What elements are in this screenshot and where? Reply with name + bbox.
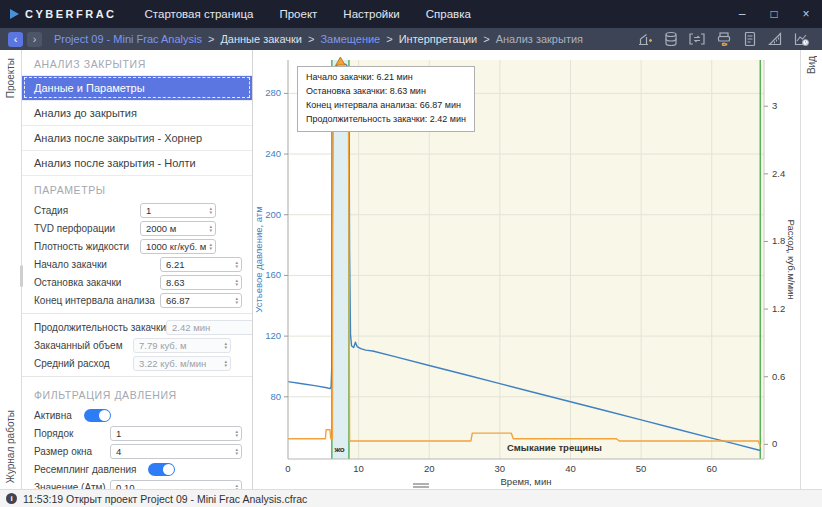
param-row: Начало закачки6.21▴▾ [22,255,252,273]
breadcrumb: Project 09 - Mini Frac Analysis>Данные з… [54,33,583,45]
print-icon[interactable] [716,31,733,47]
spinner-down-icon[interactable]: ▾ [235,433,238,437]
right-tab-strip: Вид [800,50,822,489]
toggle-switch[interactable] [84,409,111,422]
database-icon[interactable] [664,31,678,47]
spinner-down-icon[interactable]: ▾ [235,300,238,304]
y-left-tick-label: 240 [265,148,281,159]
close-button[interactable]: × [790,0,822,28]
spin-input[interactable]: 1▴▾ [110,426,242,441]
spin-input: 7.79 куб. м▴▾ [133,338,231,353]
spinner-icon[interactable]: ▴▾ [235,278,238,286]
spin-input[interactable]: 4▴▾ [110,444,242,459]
document-params-icon[interactable] [743,31,757,47]
bottom-splitter-handle[interactable] [413,483,429,488]
x-tick-label: 40 [565,463,576,474]
param-row: Плотность жидкости1000 кг/куб. м▴▾ [22,237,252,255]
spin-input[interactable]: 6.21▴▾ [160,257,242,272]
y-left-tick-label: 120 [265,330,281,341]
spinner-down-icon[interactable]: ▾ [209,210,212,214]
tooltip-line: Начало закачки: 6.21 мин [306,71,466,85]
spinner-icon[interactable]: ▴▾ [235,429,238,437]
spin-input[interactable]: 1▴▾ [140,203,216,218]
param-label: Размер окна [34,446,92,457]
spinner-icon[interactable]: ▴▾ [209,242,212,250]
params-list: Стадия1▴▾TVD перфорации2000 м▴▾Плотность… [22,201,252,372]
chart-panel: 8012016020024028000.61.21.82.43010203040… [253,50,800,489]
minimize-button[interactable]: – [726,0,758,28]
param-label: Конец интервала анализа [34,295,155,306]
spinner-down-icon: ▾ [224,345,227,349]
param-label: Средний расход [34,358,110,369]
spin-input[interactable]: 0.10▴▾ [110,480,242,490]
chart-tooltip: Начало закачки: 6.21 минОстановка закачк… [297,66,475,132]
breadcrumb-item[interactable]: Замещение [320,33,380,45]
ruler-chart-icon[interactable] [767,31,783,47]
param-label: Остановка закачки [34,277,121,288]
spinner-down-icon[interactable]: ▾ [235,264,238,268]
nav-item[interactable]: Анализ после закрытия - Нолти [22,150,252,176]
spinner-icon: ▴▾ [224,341,227,349]
chart-history-icon[interactable] [793,31,810,47]
param-label: Ресемплинг давления [34,464,136,475]
tab-view[interactable]: Вид [806,56,817,74]
input-value: 1 [146,205,207,216]
x-tick-label: 20 [424,463,435,474]
y-right-tick-label: 1.8 [772,235,785,246]
breadcrumb-item[interactable]: Project 09 - Mini Frac Analysis [54,33,202,45]
spinner-icon[interactable]: ▴▾ [235,447,238,455]
param-row: Остановка закачки8.63▴▾ [22,273,252,291]
x-tick-label: 60 [706,463,717,474]
breadcrumb-item[interactable]: Данные закачки [220,33,302,45]
y-right-axis-title: Расход, куб.м/мин [786,219,797,299]
input-value: 1 [116,428,233,439]
tab-projects[interactable]: Проекты [5,58,16,98]
app-logo: CYBERFRAC [10,8,117,20]
menu-item[interactable]: Проект [279,8,317,20]
param-label: Плотность жидкости [34,241,129,252]
param-row: Значение (Атм)0.10▴▾ [22,478,252,489]
spinner-down-icon[interactable]: ▾ [235,282,238,286]
breadcrumb-item[interactable]: Интерпретации [399,33,478,45]
spinner-down-icon[interactable]: ▾ [235,451,238,455]
swap-brackets-icon[interactable] [688,31,706,47]
back-button[interactable]: ‹ [8,32,23,47]
spinner-icon[interactable]: ▴▾ [209,206,212,214]
nav-item[interactable]: Данные и Параметры [22,75,252,100]
tooltip-line: Конец интервала анализа: 66.87 мин [306,99,466,113]
param-row: Закачанный объем7.79 куб. м▴▾ [22,336,252,354]
logo-icon [10,9,19,19]
status-text: 11:53:19 Открыт проект Project 09 - Mini… [23,493,307,505]
spinner-icon[interactable]: ▴▾ [209,224,212,232]
maximize-button[interactable]: □ [758,0,790,28]
menu-item[interactable]: Настройки [343,8,399,20]
pump-icon[interactable] [637,31,654,47]
toggle-switch[interactable] [148,463,175,476]
menu-item[interactable]: Стартовая страница [145,8,254,20]
chart-annotation: жо [333,445,344,454]
input-value: 66.87 [166,295,233,306]
spinner-down-icon[interactable]: ▾ [209,228,212,232]
param-label: Начало закачки [34,259,107,270]
y-right-tick-label: 3 [772,100,777,111]
spin-input[interactable]: 1000 кг/куб. м▴▾ [140,239,216,254]
x-tick-label: 0 [285,463,290,474]
chart-annotation: Смыкание трещины [507,442,602,453]
spin-input[interactable]: 2000 м▴▾ [140,221,216,236]
spin-input[interactable]: 8.63▴▾ [160,275,242,290]
input-value: 6.21 [166,259,233,270]
sidebar-splitter-handle[interactable] [20,265,23,287]
forward-button[interactable]: › [27,32,42,47]
input-value: 3.22 куб. м/мин [139,358,222,369]
nav-item[interactable]: Анализ после закрытия - Хорнер [22,125,252,150]
menu-item[interactable]: Справка [426,8,471,20]
nav-item[interactable]: Анализ до закрытия [22,100,252,125]
spinner-icon[interactable]: ▴▾ [235,260,238,268]
x-tick-label: 30 [495,463,506,474]
tab-worklog[interactable]: Журнал работы [5,410,16,483]
param-row: Порядок1▴▾ [22,424,252,442]
spinner-icon[interactable]: ▴▾ [235,296,238,304]
y-left-tick-label: 160 [265,269,281,280]
spinner-down-icon[interactable]: ▾ [209,246,212,250]
spin-input[interactable]: 66.87▴▾ [160,293,242,308]
